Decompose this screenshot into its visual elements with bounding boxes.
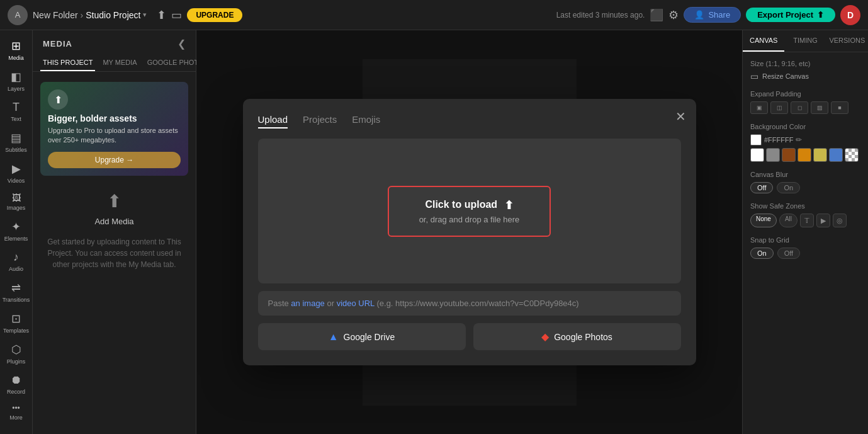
subtitles-label: Subtitles [5, 147, 27, 153]
sz-instagram-icon[interactable]: ◎ [833, 214, 847, 227]
padding-opt-5[interactable]: ■ [831, 101, 848, 114]
media-panel-close-icon[interactable]: ❮ [178, 38, 186, 50]
upload-box[interactable]: Click to upload ⬆ or, drag and drop a fi… [388, 186, 551, 237]
padding-opt-2[interactable]: ◫ [770, 101, 788, 114]
media-tabs: THIS PROJECT MY MEDIA GOOGLE PHOTOS [33, 55, 196, 72]
right-tab-timing[interactable]: TIMING [784, 30, 826, 52]
padding-opt-1[interactable]: ▣ [750, 101, 768, 114]
upgrade-card-content: ⬆ Bigger, bolder assets Upgrade to Pro t… [48, 89, 181, 168]
sidebar-item-videos[interactable]: ▶ Videos [1, 158, 31, 188]
blur-on-button[interactable]: On [777, 182, 800, 193]
google-drive-button[interactable]: ▲ Google Drive [258, 323, 466, 350]
expand-padding-section: Expand Padding ▣ ◫ ◻ ▨ ■ [750, 90, 860, 114]
templates-icon: ⊡ [11, 312, 21, 326]
modal-overlay: Upload Projects Emojis ✕ Click to upload… [196, 30, 742, 434]
right-tab-canvas[interactable]: CANVAS [743, 30, 784, 52]
resize-canvas-label: Resize Canvas [762, 72, 809, 80]
modal-footer: ▲ Google Drive ◆ Google Photos [258, 323, 681, 350]
sidebar-item-more[interactable]: ••• More [1, 400, 31, 425]
sidebar-item-media[interactable]: ⊞ Media [1, 35, 31, 65]
bg-hex-swatch[interactable] [750, 134, 762, 146]
settings-icon[interactable]: ⚙ [668, 8, 679, 22]
media-tab-my-media[interactable]: MY MEDIA [100, 55, 139, 71]
modal-dropzone[interactable]: Click to upload ⬆ or, drag and drop a fi… [258, 139, 681, 283]
sidebar-item-plugins[interactable]: ⬡ Plugins [1, 339, 31, 368]
sidebar-item-text[interactable]: T Text [1, 97, 31, 126]
media-empty-text: Get started by uploading content to This… [33, 236, 196, 270]
present-icon[interactable]: ▭ [171, 8, 182, 22]
text-icon: T [13, 101, 20, 114]
app-avatar: A [8, 5, 28, 25]
modal-url-bar[interactable]: Paste an image or video URL (e.g. https:… [258, 291, 681, 316]
images-icon: 🖼 [12, 193, 21, 203]
bg-hex-text: #FFFFFF [764, 136, 793, 144]
share-button[interactable]: 👤 Share [684, 7, 741, 23]
resize-icon: ▭ [750, 71, 758, 81]
padding-options: ▣ ◫ ◻ ▨ ■ [750, 101, 860, 114]
canvas-blur-section: Canvas Blur Off On [750, 171, 860, 193]
color-swatch-checker[interactable] [845, 148, 859, 162]
sidebar-item-images[interactable]: 🖼 Images [1, 189, 31, 215]
modal-tab-upload[interactable]: Upload [258, 114, 288, 128]
last-edited-text: Last edited 3 minutes ago. [556, 11, 645, 20]
bg-edit-icon[interactable]: ✏ [796, 135, 802, 144]
snap-grid-section: Snap to Grid On Off [750, 236, 860, 259]
breadcrumb[interactable]: New Folder › Studio Project ▾ [33, 10, 147, 20]
color-swatch-white[interactable] [750, 148, 764, 162]
url-link-video[interactable]: video URL [337, 299, 375, 308]
sidebar-item-elements[interactable]: ✦ Elements [1, 216, 31, 246]
sidebar-item-layers[interactable]: ◧ Layers [1, 66, 31, 96]
size-label: Size (1:1, 9:16, etc) [750, 60, 860, 67]
add-media-icon[interactable]: ⬆ [107, 191, 121, 212]
url-link-image[interactable]: an image [291, 299, 324, 308]
topbar: A New Folder › Studio Project ▾ ⬆ ▭ UPGR… [0, 0, 868, 30]
resize-canvas-button[interactable]: ▭ Resize Canvas [750, 71, 860, 81]
snap-off[interactable]: Off [777, 248, 800, 259]
dropdown-icon[interactable]: ▾ [143, 11, 147, 19]
transitions-icon: ⇌ [11, 281, 21, 295]
modal-tab-projects[interactable]: Projects [303, 114, 337, 128]
snap-grid-label: Snap to Grid [750, 236, 860, 244]
upload-arrow-icon: ⬆ [504, 199, 514, 212]
export-button[interactable]: Export Project ⬆ [746, 8, 835, 22]
sidebar-item-record[interactable]: ⏺ Record [1, 370, 31, 399]
color-swatch-yellow[interactable] [813, 148, 827, 162]
record-icon: ⏺ [11, 374, 22, 387]
modal-tab-emojis[interactable]: Emojis [352, 114, 380, 128]
expand-padding-label: Expand Padding [750, 90, 860, 98]
blur-off-button[interactable]: Off [750, 182, 773, 193]
modal-close-button[interactable]: ✕ [675, 109, 686, 124]
media-tab-this-project[interactable]: THIS PROJECT [40, 55, 95, 71]
snap-on[interactable]: On [750, 248, 774, 259]
sz-all[interactable]: All [779, 214, 798, 227]
main-layout: ⊞ Media ◧ Layers T Text ▤ Subtitles ▶ Vi… [0, 30, 868, 434]
sz-none[interactable]: None [750, 214, 777, 227]
user-avatar[interactable]: D [840, 5, 860, 25]
color-swatch-blue[interactable] [829, 148, 843, 162]
color-swatch-gray[interactable] [766, 148, 780, 162]
upgrade-card-button[interactable]: Upgrade → [48, 152, 181, 168]
elements-label: Elements [4, 236, 28, 242]
color-swatch-brown[interactable] [782, 148, 796, 162]
add-media-label: Add Media [94, 217, 133, 226]
upload-icon[interactable]: ⬆ [157, 8, 166, 22]
canvas-blur-label: Canvas Blur [750, 171, 860, 178]
padding-opt-3[interactable]: ◻ [791, 101, 808, 114]
templates-label: Templates [3, 328, 29, 334]
sz-youtube-icon[interactable]: ▶ [816, 214, 830, 227]
padding-opt-4[interactable]: ▨ [811, 101, 828, 114]
upgrade-button[interactable]: UPGRADE [187, 8, 242, 22]
subtitles-icon: ▤ [11, 131, 21, 145]
sidebar-item-audio[interactable]: ♪ Audio [1, 247, 31, 276]
icon-sidebar: ⊞ Media ◧ Layers T Text ▤ Subtitles ▶ Vi… [0, 30, 33, 434]
right-tab-versions[interactable]: VERSIONS [826, 30, 868, 52]
sz-tiktok-icon[interactable]: 𝕋 [800, 214, 814, 227]
color-swatch-orange[interactable] [798, 148, 811, 162]
upgrade-card-icon: ⬆ [48, 89, 68, 110]
google-photos-button[interactable]: ◆ Google Photos [473, 323, 681, 350]
sidebar-item-templates[interactable]: ⊡ Templates [1, 308, 31, 338]
monitor-icon[interactable]: ⬛ [650, 8, 663, 22]
sidebar-item-transitions[interactable]: ⇌ Transitions [1, 277, 31, 307]
layers-label: Layers [8, 86, 25, 92]
sidebar-item-subtitles[interactable]: ▤ Subtitles [1, 127, 31, 157]
